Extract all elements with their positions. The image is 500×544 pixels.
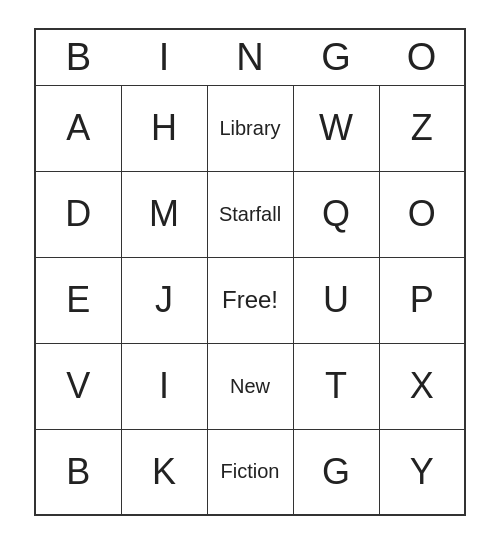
bingo-cell-2-0: E — [35, 257, 121, 343]
bingo-cell-0-4: Z — [379, 85, 465, 171]
header-I: I — [121, 29, 207, 85]
bingo-cell-3-1: I — [121, 343, 207, 429]
bingo-cell-4-0: B — [35, 429, 121, 515]
bingo-row-3: VINewTX — [35, 343, 465, 429]
bingo-cell-2-3: U — [293, 257, 379, 343]
bingo-row-0: AHLibraryWZ — [35, 85, 465, 171]
header-O: O — [379, 29, 465, 85]
bingo-cell-2-4: P — [379, 257, 465, 343]
bingo-cell-1-0: D — [35, 171, 121, 257]
header-B: B — [35, 29, 121, 85]
bingo-header-row: BINGO — [35, 29, 465, 85]
header-G: G — [293, 29, 379, 85]
bingo-cell-0-0: A — [35, 85, 121, 171]
bingo-cell-1-1: M — [121, 171, 207, 257]
bingo-table: BINGO AHLibraryWZDMStarfallQOEJFree!UPVI… — [34, 28, 466, 516]
bingo-cell-2-2: Free! — [207, 257, 293, 343]
bingo-cell-1-4: O — [379, 171, 465, 257]
bingo-cell-0-3: W — [293, 85, 379, 171]
bingo-row-2: EJFree!UP — [35, 257, 465, 343]
bingo-card: BINGO AHLibraryWZDMStarfallQOEJFree!UPVI… — [34, 28, 466, 516]
bingo-cell-3-2: New — [207, 343, 293, 429]
bingo-cell-3-4: X — [379, 343, 465, 429]
bingo-cell-3-3: T — [293, 343, 379, 429]
bingo-cell-4-4: Y — [379, 429, 465, 515]
bingo-row-1: DMStarfallQO — [35, 171, 465, 257]
bingo-cell-3-0: V — [35, 343, 121, 429]
bingo-cell-4-3: G — [293, 429, 379, 515]
bingo-cell-0-2: Library — [207, 85, 293, 171]
bingo-cell-4-2: Fiction — [207, 429, 293, 515]
bingo-cell-2-1: J — [121, 257, 207, 343]
bingo-cell-1-2: Starfall — [207, 171, 293, 257]
bingo-cell-0-1: H — [121, 85, 207, 171]
bingo-row-4: BKFictionGY — [35, 429, 465, 515]
bingo-cell-1-3: Q — [293, 171, 379, 257]
bingo-cell-4-1: K — [121, 429, 207, 515]
header-N: N — [207, 29, 293, 85]
